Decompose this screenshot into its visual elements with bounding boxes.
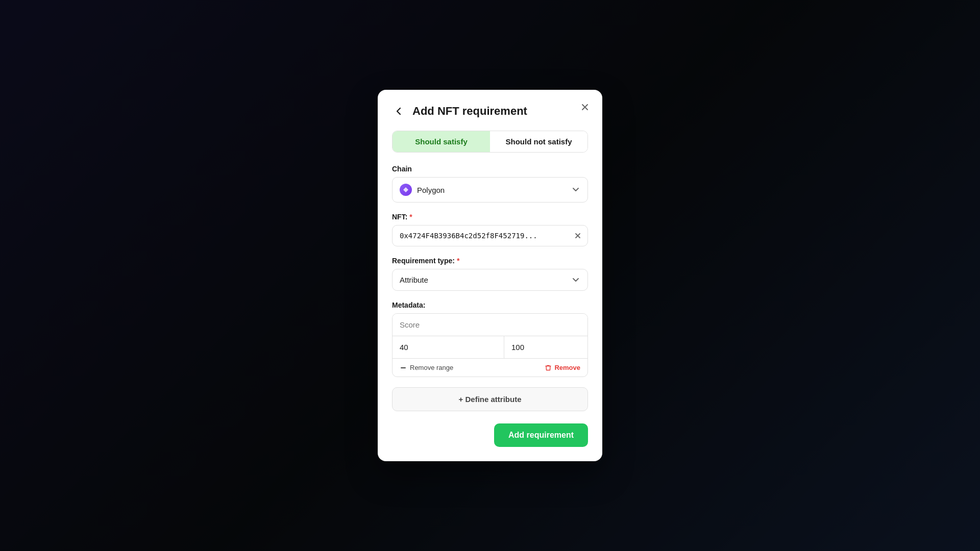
req-type-chevron-icon (571, 276, 580, 285)
close-button[interactable] (578, 100, 592, 114)
define-attribute-button[interactable]: + Define attribute (392, 387, 588, 411)
polygon-logo-icon (402, 186, 409, 193)
footer-row: Add requirement (392, 423, 588, 447)
requirement-type-value: Attribute (400, 276, 428, 284)
metadata-label: Metadata: (392, 301, 588, 309)
modal-header: Add NFT requirement (392, 104, 588, 118)
range-inputs-row (393, 336, 587, 359)
add-requirement-button[interactable]: Add requirement (494, 423, 588, 447)
tab-should-not-satisfy[interactable]: Should not satisfy (490, 131, 587, 152)
chain-label: Chain (392, 165, 588, 173)
range-actions-row: Remove range Remove (393, 359, 587, 377)
chain-chevron-icon (571, 185, 580, 194)
metadata-section: Metadata: Remove range (392, 301, 588, 377)
nft-label: NFT: * (392, 213, 588, 221)
nft-field-group: NFT: * (392, 213, 588, 246)
nft-clear-icon (574, 232, 582, 240)
requirement-type-field-group: Requirement type: * Attribute (392, 257, 588, 291)
tabs-row: Should satisfy Should not satisfy (392, 131, 588, 153)
modal-wrapper: Add NFT requirement Should satisfy Shoul… (0, 0, 980, 551)
back-arrow-icon (394, 106, 404, 116)
remove-metadata-button[interactable]: Remove (545, 364, 580, 371)
modal-dialog: Add NFT requirement Should satisfy Shoul… (378, 90, 602, 461)
nft-input[interactable] (392, 225, 588, 246)
tab-should-satisfy[interactable]: Should satisfy (393, 131, 490, 152)
nft-input-wrapper (392, 225, 588, 246)
metadata-card: Remove range Remove (392, 313, 588, 377)
chain-value: Polygon (417, 186, 445, 194)
requirement-type-label: Requirement type: * (392, 257, 588, 265)
nft-required-star: * (409, 213, 412, 221)
remove-range-button[interactable]: Remove range (400, 364, 453, 371)
chain-field-group: Chain Polygon (392, 165, 588, 203)
modal-title: Add NFT requirement (412, 105, 588, 118)
remove-range-icon (400, 364, 407, 371)
metadata-name-input[interactable] (393, 314, 587, 336)
back-button[interactable] (392, 104, 406, 118)
range-min-input[interactable] (393, 336, 504, 358)
polygon-icon (400, 184, 412, 196)
chain-select[interactable]: Polygon (392, 177, 588, 203)
close-icon (580, 102, 590, 112)
range-max-input[interactable] (504, 336, 588, 358)
trash-icon (545, 364, 552, 371)
requirement-type-select[interactable]: Attribute (392, 269, 588, 291)
nft-clear-button[interactable] (574, 232, 582, 240)
req-type-required-star: * (457, 257, 459, 265)
